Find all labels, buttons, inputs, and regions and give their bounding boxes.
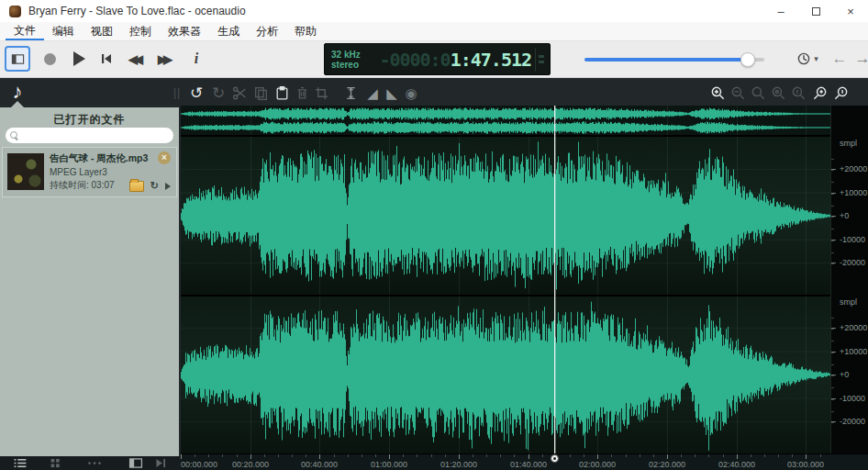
info-button[interactable]: i	[184, 46, 209, 72]
timeline-label: 02:20.000	[649, 460, 685, 469]
scale-unit-label-ch2: smpl	[840, 297, 857, 307]
file-list-item[interactable]: 告白气球 - 周杰伦.mp3 MPEG Layer3 持续时间: 03:07 ×…	[2, 147, 177, 197]
scale-tick-label: +0	[840, 370, 849, 379]
trim-button[interactable]	[312, 84, 330, 102]
volume-slider[interactable]	[584, 58, 764, 62]
menu-item-0[interactable]: 文件	[6, 22, 44, 40]
zoom-out-icon	[730, 85, 746, 101]
time-current: 1:47.512	[451, 49, 531, 71]
time-format-selector[interactable]	[535, 48, 547, 72]
copy-button[interactable]	[251, 84, 270, 102]
search-input[interactable]	[23, 130, 161, 140]
redo-button[interactable]: ↻	[209, 84, 228, 102]
channel-mode-label: stereo	[331, 60, 361, 70]
menu-item-6[interactable]: 分析	[248, 22, 286, 40]
crop-icon	[314, 85, 329, 101]
skip-start-button[interactable]	[94, 46, 119, 72]
zoom-all-icon	[771, 85, 786, 101]
file-close-button[interactable]: ×	[158, 151, 171, 164]
time-display: 32 kHz stereo -0000:01:47.512	[324, 43, 551, 75]
rewind-icon: ◀◀	[128, 52, 139, 66]
record-button[interactable]	[37, 46, 62, 72]
minimize-button[interactable]: –	[763, 0, 798, 22]
timeline-ruler[interactable]: 00:00.00000:20.00000:40.00001:00.00001:2…	[181, 453, 868, 470]
amplitude-scale: smpl+20000+10000+0-10000-20000smpl+20000…	[830, 106, 868, 453]
paste-icon	[274, 85, 290, 101]
timeline-label: 01:00.000	[371, 460, 407, 469]
fade-out-button[interactable]: ◣	[383, 84, 401, 102]
volume-fill	[584, 58, 748, 62]
menu-item-7[interactable]: 帮助	[286, 22, 325, 40]
loudness-icon: ◉	[405, 86, 417, 100]
file-folder-button[interactable]	[129, 181, 144, 192]
rewind-button[interactable]: ◀◀	[121, 46, 147, 72]
back-arrow-icon: ←	[832, 50, 848, 68]
loudness-button[interactable]: ◉	[402, 84, 420, 102]
vertical-zoom-in-button[interactable]	[810, 84, 829, 102]
more-options-icon[interactable]	[86, 458, 103, 468]
toolbar-drag-handle[interactable]: ||	[168, 84, 186, 102]
scale-tick-label: -20000	[840, 417, 865, 426]
nav-back-button[interactable]: ←	[827, 46, 852, 72]
maximize-button[interactable]	[798, 0, 833, 22]
menu-item-4[interactable]: 效果器	[160, 22, 209, 40]
menu-item-1[interactable]: 编辑	[44, 22, 83, 40]
sample-rate-label: 32 kHz	[331, 50, 361, 60]
sidebar-toggle-button[interactable]	[5, 46, 30, 72]
info-icon: i	[195, 50, 198, 67]
zoom-all-button[interactable]	[769, 84, 787, 102]
titlebar: Bryan Ferry - Slave To Love.flac - ocena…	[0, 0, 868, 22]
search-box[interactable]	[6, 128, 173, 143]
timeline-label: 02:40.000	[718, 460, 755, 469]
scale-tick-label: +10000	[840, 347, 867, 356]
playhead-marker[interactable]	[551, 454, 559, 463]
drag-handle-icon: ||	[173, 86, 181, 99]
window-title: Bryan Ferry - Slave To Love.flac - ocena…	[28, 5, 246, 17]
undo-button[interactable]: ↺	[187, 84, 206, 102]
level-icon	[343, 85, 359, 101]
cut-button[interactable]	[230, 84, 249, 102]
menu-item-3[interactable]: 控制	[121, 22, 160, 40]
album-art	[7, 153, 44, 190]
statusbar	[0, 456, 181, 470]
file-loop-button[interactable]: ↻	[150, 180, 159, 192]
forward-arrow-icon: →	[855, 50, 868, 68]
fast-forward-icon: ▶▶	[158, 52, 169, 66]
maximize-icon	[812, 7, 820, 16]
history-button[interactable]: ▾	[792, 46, 823, 72]
paste-button[interactable]	[273, 84, 291, 102]
grid-view-icon[interactable]	[50, 458, 64, 468]
timeline-label: 00:20.000	[232, 460, 269, 469]
nav-forward-button[interactable]: →	[850, 46, 868, 72]
delete-button[interactable]	[293, 84, 311, 102]
zoom-in-button[interactable]	[708, 84, 727, 102]
menu-item-5[interactable]: 生成	[209, 22, 248, 40]
scale-tick-label: +20000	[840, 164, 867, 173]
scale-tick-label: -10000	[840, 235, 865, 244]
vertical-zoom-out-button[interactable]	[831, 84, 850, 102]
panel-layout-icon[interactable]	[128, 458, 143, 468]
fast-forward-button[interactable]: ▶▶	[150, 46, 176, 72]
copy-icon	[253, 85, 269, 101]
time-dim-digits: -0000:0	[379, 49, 450, 71]
app-icon	[9, 6, 21, 17]
history-clock-icon	[796, 51, 811, 66]
menubar: 文件编辑视图控制效果器生成分析帮助	[0, 22, 868, 41]
waveform-canvas[interactable]	[181, 106, 830, 453]
zoom-out-button[interactable]	[729, 84, 747, 102]
waveform-view[interactable]	[181, 106, 830, 453]
zoom-one-to-one-button[interactable]	[789, 84, 807, 102]
opened-files-panel: 已打开的文件 告白气球 - 周杰伦.mp3 MPEG Layer3 持续时间: …	[0, 107, 179, 456]
close-button[interactable]: ×	[833, 0, 868, 22]
scale-tick-label: +0	[840, 211, 849, 220]
menu-item-2[interactable]: 视图	[83, 22, 121, 40]
adjust-level-button[interactable]	[341, 84, 360, 102]
file-format: MPEG Layer3	[50, 167, 176, 177]
file-play-button[interactable]	[165, 183, 171, 190]
list-view-icon[interactable]	[13, 458, 28, 468]
mini-transport-icon[interactable]	[154, 458, 167, 468]
timeline-label: 00:00.000	[181, 460, 217, 469]
fade-in-button[interactable]: ◢	[363, 84, 382, 102]
zoom-selection-button[interactable]	[749, 84, 767, 102]
play-button[interactable]	[66, 46, 92, 72]
